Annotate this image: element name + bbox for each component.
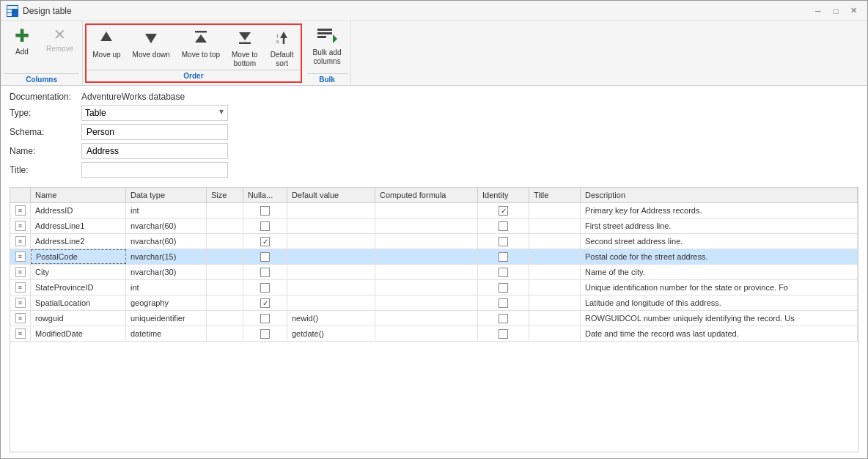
type-select[interactable]: Table — [81, 105, 228, 121]
add-button[interactable]: ✚ Add — [4, 23, 40, 58]
row-identity — [478, 265, 529, 279]
order-group-wrapper: Move up Move down Move to top — [85, 23, 301, 83]
svg-marker-9 — [280, 32, 287, 38]
nullable-checkbox[interactable] — [260, 283, 270, 293]
nullable-checkbox[interactable] — [260, 252, 270, 262]
table-row[interactable]: ≡ rowguid uniqueidentifier newid() ROWGU… — [10, 311, 858, 326]
bulk-group: Bulk addcolumns Bulk — [304, 21, 351, 85]
app-icon — [7, 5, 18, 17]
svg-rect-1 — [7, 10, 12, 12]
row-icon-cell: ≡ — [10, 234, 31, 249]
row-nullable — [243, 265, 287, 279]
add-icon: ✚ — [15, 27, 29, 45]
move-to-bottom-icon — [237, 29, 253, 48]
nullable-checkbox[interactable] — [260, 237, 270, 246]
row-title — [529, 249, 581, 264]
row-name: AddressLine2 — [31, 234, 126, 249]
move-to-top-button[interactable]: Move to top — [176, 25, 226, 70]
row-identity — [478, 219, 529, 233]
table-row[interactable]: ≡ AddressLine1 nvarchar(60) First street… — [10, 219, 858, 234]
schema-input[interactable] — [81, 124, 228, 140]
row-icon-cell: ≡ — [10, 326, 31, 341]
name-row: Name: — [10, 143, 858, 159]
row-nullable — [243, 280, 287, 295]
row-datatype: int — [126, 280, 207, 295]
bulk-add-columns-button[interactable]: Bulk addcolumns — [307, 23, 347, 67]
nullable-checkbox[interactable] — [260, 314, 270, 323]
move-down-button[interactable]: Move down — [127, 25, 176, 70]
th-default: Default value — [287, 188, 375, 202]
identity-checkbox[interactable] — [499, 329, 508, 339]
table-row[interactable]: ≡ PostalCode nvarchar(15) Postal code fo… — [10, 249, 858, 265]
row-computed — [375, 203, 478, 218]
identity-checkbox[interactable] — [499, 268, 508, 277]
row-computed — [375, 311, 478, 326]
row-default — [287, 295, 375, 310]
nullable-checkbox[interactable] — [260, 329, 270, 339]
row-title — [529, 203, 581, 218]
identity-checkbox[interactable] — [499, 314, 508, 323]
nullable-checkbox[interactable] — [260, 221, 270, 231]
row-identity — [478, 203, 529, 218]
row-computed — [375, 219, 478, 233]
row-default — [287, 203, 375, 218]
bulk-add-columns-label: Bulk addcolumns — [313, 48, 342, 66]
row-title — [529, 265, 581, 279]
table-row[interactable]: ≡ SpatialLocation geography Latitude and… — [10, 295, 858, 311]
svg-marker-16 — [333, 34, 337, 43]
table-row[interactable]: ≡ AddressID int Primary key for Address … — [10, 203, 858, 219]
form-section: Documentation: AdventureWorks database T… — [10, 92, 858, 181]
nullable-checkbox[interactable] — [260, 298, 270, 308]
svg-marker-4 — [145, 34, 157, 43]
th-nullable: Nulla... — [243, 188, 287, 202]
row-size — [207, 280, 243, 295]
row-computed — [375, 280, 478, 295]
row-icon-cell: ≡ — [10, 265, 31, 279]
row-nullable — [243, 295, 287, 310]
content-area: Documentation: AdventureWorks database T… — [1, 86, 867, 458]
table-row[interactable]: ≡ City nvarchar(30) Name of the city. — [10, 265, 858, 280]
nullable-checkbox[interactable] — [260, 268, 270, 277]
svg-marker-6 — [195, 34, 207, 43]
row-nullable — [243, 219, 287, 233]
row-icon: ≡ — [15, 236, 26, 246]
row-datatype: datetime — [126, 326, 207, 341]
row-default: newid() — [287, 311, 375, 326]
row-default — [287, 234, 375, 249]
table-row[interactable]: ≡ StateProvinceID int Unique identificat… — [10, 280, 858, 295]
row-title — [529, 295, 581, 310]
title-input[interactable] — [81, 162, 228, 178]
identity-checkbox[interactable] — [499, 206, 508, 216]
documentation-label: Documentation: — [10, 92, 76, 102]
row-computed — [375, 295, 478, 310]
table-row[interactable]: ≡ ModifiedDate datetime getdate() Date a… — [10, 326, 858, 342]
row-description: Second street address line. — [581, 234, 858, 249]
identity-checkbox[interactable] — [499, 237, 508, 246]
columns-group-label: Columns — [4, 73, 79, 85]
identity-checkbox[interactable] — [499, 283, 508, 293]
minimize-button[interactable]: ─ — [810, 4, 826, 18]
row-datatype: nvarchar(15) — [126, 249, 207, 264]
identity-checkbox[interactable] — [499, 298, 508, 308]
svg-marker-8 — [239, 32, 251, 40]
row-identity — [478, 249, 529, 264]
row-name: AddressLine1 — [31, 219, 126, 233]
move-up-button[interactable]: Move up — [87, 25, 126, 70]
close-button[interactable]: ✕ — [845, 4, 861, 18]
row-icon: ≡ — [15, 267, 26, 277]
table-row[interactable]: ≡ AddressLine2 nvarchar(60) Second stree… — [10, 234, 858, 249]
maximize-button[interactable]: □ — [828, 4, 844, 18]
default-sort-button[interactable]: 1 9 Defaultsort — [264, 25, 301, 70]
move-to-bottom-button[interactable]: Move tobottom — [226, 25, 264, 70]
nullable-checkbox[interactable] — [260, 206, 270, 216]
row-default — [287, 249, 375, 264]
th-identity: Identity — [478, 188, 529, 202]
name-input[interactable] — [81, 143, 228, 159]
add-label: Add — [15, 48, 29, 56]
move-up-icon — [98, 29, 114, 48]
identity-checkbox[interactable] — [499, 221, 508, 231]
row-icon: ≡ — [15, 328, 26, 339]
remove-button[interactable]: ✕ Remove — [40, 23, 79, 55]
svg-rect-7 — [239, 43, 251, 45]
identity-checkbox[interactable] — [499, 252, 508, 262]
